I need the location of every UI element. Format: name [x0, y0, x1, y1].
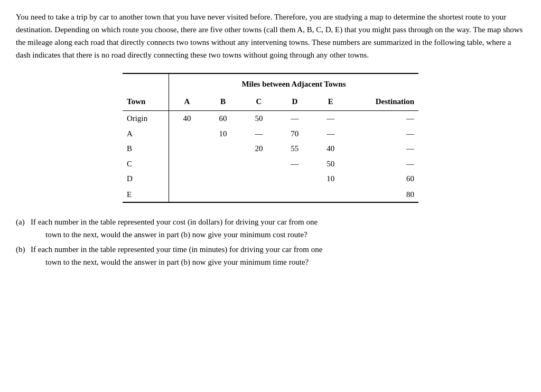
- table-row: E 80: [123, 186, 418, 203]
- col-header-e: E: [313, 94, 349, 111]
- cell-origin-dest: —: [349, 111, 418, 126]
- cell-e-d: [277, 186, 313, 203]
- cell-a-b: 10: [205, 126, 241, 142]
- intro-paragraph: You need to take a trip by car to anothe…: [16, 11, 525, 61]
- question-b-line1: If each number in the table represented …: [31, 245, 322, 254]
- cell-origin-c: 50: [241, 111, 277, 126]
- cell-a-d: 70: [277, 126, 313, 142]
- cell-c-e: 50: [313, 156, 349, 172]
- col-header-c: C: [241, 94, 277, 111]
- table-title-row: Miles between Adjacent Towns: [123, 73, 418, 94]
- cell-town-d: D: [123, 171, 169, 186]
- cell-town-b: B: [123, 141, 169, 156]
- cell-town-e: E: [123, 186, 169, 203]
- table-header-row: Town A B C D E Destination: [123, 94, 418, 111]
- cell-c-a: [169, 156, 205, 172]
- cell-c-b: [205, 156, 241, 172]
- cell-town-origin: Origin: [123, 111, 169, 126]
- question-a-line1: If each number in the table represented …: [31, 218, 318, 226]
- cell-e-c: [241, 186, 277, 203]
- cell-origin-a: 40: [169, 111, 205, 126]
- question-b-line2: town to the next, would the answer in pa…: [31, 256, 309, 268]
- cell-c-d: —: [277, 156, 313, 172]
- cell-a-a: [169, 126, 205, 142]
- cell-d-c: [241, 171, 277, 186]
- cell-d-a: [169, 171, 205, 186]
- cell-b-d: 55: [277, 141, 313, 156]
- col-header-b: B: [205, 94, 241, 111]
- table-title: Miles between Adjacent Towns: [169, 73, 418, 94]
- mileage-table: Miles between Adjacent Towns Town A B C …: [123, 73, 418, 203]
- cell-e-b: [205, 186, 241, 203]
- table-container: Miles between Adjacent Towns Town A B C …: [16, 73, 525, 203]
- cell-a-dest: —: [349, 126, 418, 142]
- cell-b-e: 40: [313, 141, 349, 156]
- cell-e-a: [169, 186, 205, 203]
- cell-b-c: 20: [241, 141, 277, 156]
- table-row: A 10 — 70 — —: [123, 126, 418, 142]
- table-row: C — 50 —: [123, 156, 418, 172]
- cell-e-dest: 80: [349, 186, 418, 203]
- table-row: B 20 55 40 —: [123, 141, 418, 156]
- col-header-a: A: [169, 94, 205, 111]
- cell-d-e: 10: [313, 171, 349, 186]
- cell-d-b: [205, 171, 241, 186]
- question-a: (a) If each number in the table represen…: [16, 216, 525, 241]
- col-header-destination: Destination: [349, 94, 418, 111]
- cell-e-e: [313, 186, 349, 203]
- question-b-label: (b): [16, 243, 31, 268]
- question-a-line2: town to the next, would the answer in pa…: [31, 228, 307, 241]
- cell-origin-d: —: [277, 111, 313, 126]
- cell-c-c: [241, 156, 277, 172]
- cell-origin-e: —: [313, 111, 349, 126]
- cell-c-dest: —: [349, 156, 418, 172]
- question-b-text: If each number in the table represented …: [31, 243, 525, 268]
- cell-d-d: [277, 171, 313, 186]
- col-header-d: D: [277, 94, 313, 111]
- cell-a-e: —: [313, 126, 349, 142]
- cell-origin-b: 60: [205, 111, 241, 126]
- cell-b-b: [205, 141, 241, 156]
- cell-b-a: [169, 141, 205, 156]
- questions-section: (a) If each number in the table represen…: [16, 216, 525, 268]
- col-header-town: Town: [123, 94, 169, 111]
- table-row: D 10 60: [123, 171, 418, 186]
- cell-town-a: A: [123, 126, 169, 142]
- title-empty-cell: [123, 73, 169, 94]
- table-row: Origin 40 60 50 — — —: [123, 111, 418, 126]
- question-b: (b) If each number in the table represen…: [16, 243, 525, 268]
- cell-town-c: C: [123, 156, 169, 172]
- cell-b-dest: —: [349, 141, 418, 156]
- cell-d-dest: 60: [349, 171, 418, 186]
- question-a-label: (a): [16, 216, 31, 241]
- question-a-text: If each number in the table represented …: [31, 216, 525, 241]
- cell-a-c: —: [241, 126, 277, 142]
